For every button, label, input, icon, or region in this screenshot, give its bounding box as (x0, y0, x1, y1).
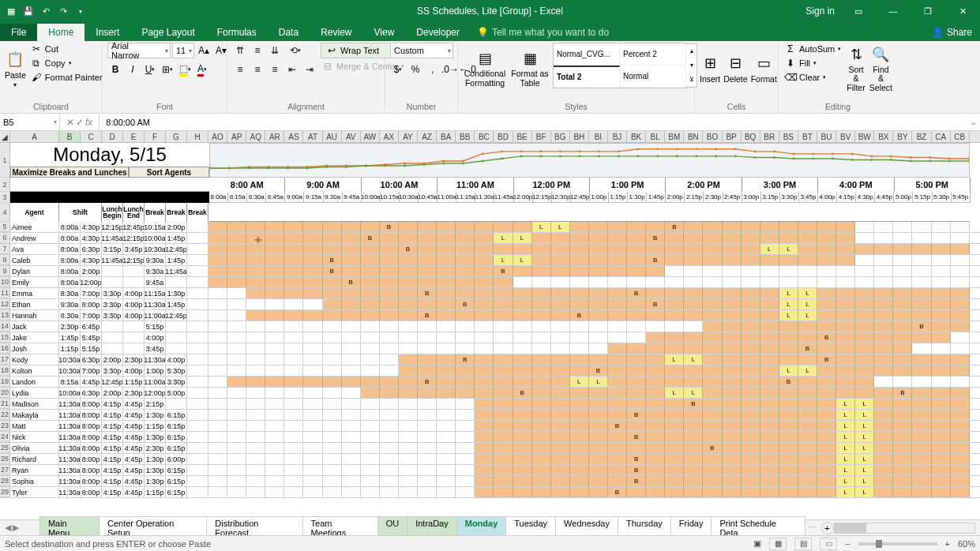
agent-name-cell[interactable]: Jack (10, 321, 59, 332)
break-cell[interactable]: 9:45a (145, 277, 166, 287)
schedule-cell[interactable] (608, 476, 627, 486)
lunch-begin-cell[interactable]: 4:15p (102, 421, 123, 431)
schedule-cell[interactable] (836, 365, 855, 376)
schedule-cell[interactable] (836, 266, 855, 276)
lunch-end-cell[interactable]: 4:45p (123, 476, 145, 486)
schedule-cell[interactable] (323, 365, 342, 376)
schedule-cell[interactable] (742, 332, 760, 343)
schedule-cell[interactable] (323, 454, 342, 464)
schedule-cell[interactable]: B (456, 354, 475, 365)
schedule-cell[interactable] (951, 432, 970, 442)
schedule-cell[interactable]: B (912, 321, 931, 332)
schedule-cell[interactable] (742, 244, 760, 254)
agent-name-cell[interactable]: Kolton (10, 365, 59, 376)
shift-end-cell[interactable]: 6:30p (81, 244, 102, 254)
schedule-cell[interactable] (874, 332, 893, 343)
break-cell[interactable] (166, 332, 187, 343)
schedule-cell[interactable] (912, 432, 931, 442)
schedule-cell[interactable] (475, 332, 494, 343)
schedule-cell[interactable] (361, 487, 380, 497)
schedule-cell[interactable] (627, 487, 646, 497)
schedule-cell[interactable] (342, 487, 361, 497)
schedule-cell[interactable] (570, 288, 589, 298)
schedule-cell[interactable] (475, 399, 494, 409)
schedule-cell[interactable] (227, 487, 246, 497)
schedule-cell[interactable] (951, 410, 970, 420)
schedule-cell[interactable] (399, 255, 418, 265)
schedule-cell[interactable] (817, 255, 836, 265)
schedule-cell[interactable] (951, 421, 970, 431)
schedule-cell[interactable] (627, 377, 646, 387)
shift-end-cell[interactable]: 12:00p (81, 277, 102, 287)
column-header[interactable]: BV (836, 131, 855, 142)
maximize-button[interactable]: ❐ (911, 0, 945, 22)
sort-agents-button[interactable]: Sort Agents (129, 167, 209, 178)
break-cell[interactable]: 1:45p (166, 255, 187, 265)
schedule-cell[interactable] (684, 321, 703, 332)
agent-name-cell[interactable]: Jake (10, 332, 59, 343)
shift-end-cell[interactable]: 8:00p (81, 487, 102, 497)
align-bottom-button[interactable]: ⇊ (267, 43, 283, 58)
schedule-cell[interactable] (361, 266, 380, 276)
close-button[interactable]: ✕ (945, 0, 980, 22)
schedule-cell[interactable] (951, 487, 970, 497)
lunch-begin-cell[interactable]: 4:15p (102, 465, 123, 475)
schedule-cell[interactable] (551, 421, 570, 431)
schedule-cell[interactable] (951, 244, 970, 254)
schedule-cell[interactable] (284, 354, 303, 365)
delete-button[interactable]: ⊟Delete (723, 43, 747, 95)
schedule-cell[interactable] (646, 421, 665, 431)
schedule-cell[interactable] (303, 421, 322, 431)
schedule-cell[interactable] (532, 255, 551, 265)
schedule-cell[interactable] (399, 310, 418, 320)
schedule-cell[interactable] (342, 288, 361, 298)
schedule-cell[interactable] (684, 310, 703, 320)
schedule-cell[interactable] (779, 443, 798, 453)
schedule-cell[interactable] (779, 343, 798, 354)
schedule-cell[interactable] (532, 244, 551, 254)
schedule-cell[interactable] (227, 332, 246, 343)
schedule-cell[interactable] (723, 332, 742, 343)
grow-font-button[interactable]: A▴ (196, 43, 212, 58)
schedule-cell[interactable] (265, 343, 284, 354)
schedule-cell[interactable] (494, 310, 513, 320)
schedule-cell[interactable] (723, 365, 742, 376)
ribbon-options-icon[interactable]: ▭ (841, 0, 876, 22)
column-header[interactable]: AY (399, 131, 418, 142)
schedule-cell[interactable] (303, 233, 322, 243)
schedule-cell[interactable] (932, 465, 951, 475)
schedule-cell[interactable] (665, 233, 684, 243)
schedule-cell[interactable] (723, 222, 742, 232)
schedule-cell[interactable] (912, 410, 931, 420)
schedule-cell[interactable]: B (627, 476, 646, 486)
agent-name-cell[interactable]: Emma (10, 288, 59, 298)
schedule-cell[interactable] (874, 255, 893, 265)
schedule-cell[interactable] (494, 222, 513, 232)
row-header[interactable]: 15 (0, 332, 10, 343)
schedule-cell[interactable] (798, 399, 817, 409)
row-header[interactable]: 5 (0, 222, 10, 232)
schedule-cell[interactable] (303, 432, 322, 442)
schedule-cell[interactable] (627, 388, 646, 398)
schedule-cell[interactable] (646, 432, 665, 442)
lunch-end-cell[interactable]: 12:15p (123, 255, 145, 265)
schedule-cell[interactable] (227, 321, 246, 332)
schedule-cell[interactable] (665, 454, 684, 464)
schedule-cell[interactable] (817, 487, 836, 497)
schedule-cell[interactable] (284, 476, 303, 486)
shift-end-cell[interactable]: 4:45p (81, 377, 102, 387)
schedule-cell[interactable] (380, 288, 399, 298)
break-cell[interactable] (166, 321, 187, 332)
schedule-cell[interactable] (494, 465, 513, 475)
schedule-cell[interactable] (380, 321, 399, 332)
schedule-cell[interactable] (723, 388, 742, 398)
schedule-cell[interactable]: L (798, 365, 817, 376)
schedule-cell[interactable] (437, 288, 456, 298)
schedule-cell[interactable] (456, 233, 475, 243)
schedule-cell[interactable] (513, 377, 532, 387)
schedule-cell[interactable]: L (855, 410, 874, 420)
shift-end-cell[interactable]: 8:00p (81, 299, 102, 309)
schedule-cell[interactable] (342, 321, 361, 332)
schedule-cell[interactable] (608, 332, 627, 343)
column-header[interactable]: AX (380, 131, 399, 142)
